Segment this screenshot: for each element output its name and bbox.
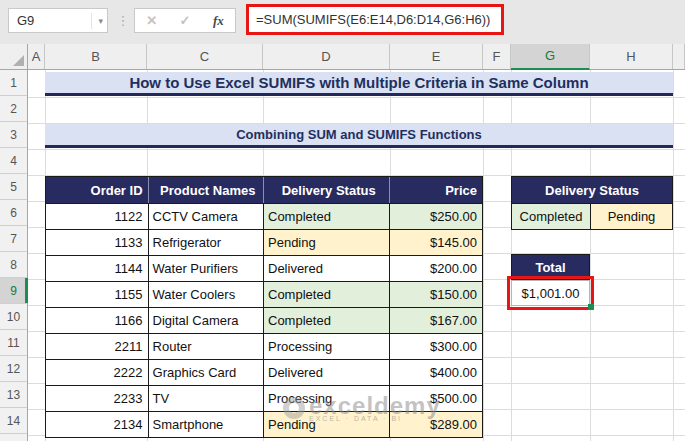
cell-order-id[interactable]: 2211 <box>46 333 148 359</box>
cell-status[interactable]: Pending <box>263 411 389 437</box>
cell-price[interactable]: $250.00 <box>389 203 482 229</box>
cell-product[interactable]: Smartphone <box>148 411 263 437</box>
table-row: 1166 Digital Camera Completed $167.00 <box>46 307 482 333</box>
cell-price[interactable]: $145.00 <box>389 229 482 255</box>
cell-order-id[interactable]: 2222 <box>46 359 148 385</box>
chevron-down-icon[interactable]: ▾ <box>91 13 103 29</box>
table-row: 1133 Refrigerator Pending $145.00 <box>46 229 482 255</box>
cell-price[interactable]: $300.00 <box>389 333 482 359</box>
select-all-triangle-icon <box>13 55 24 66</box>
table-row: 2222 Graphics Card Delivered $400.00 <box>46 359 482 385</box>
title-banner[interactable]: How to Use Excel SUMIFS with Multiple Cr… <box>45 72 673 96</box>
row-header-5[interactable]: 5 <box>0 174 27 200</box>
row-header-14[interactable]: 14 <box>0 408 27 434</box>
cell-status[interactable]: Delivered <box>263 359 389 385</box>
orders-table: Order ID Product Names Delivery Status P… <box>45 176 483 438</box>
cell-order-id[interactable]: 1122 <box>46 203 148 229</box>
row-header-2[interactable]: 2 <box>0 96 27 122</box>
table-row: 2211 Router Processing $300.00 <box>46 333 482 359</box>
criteria-header[interactable]: Delivery Status <box>512 177 672 203</box>
cell-price[interactable]: $289.00 <box>389 411 482 437</box>
column-header-e[interactable]: E <box>390 44 483 69</box>
cell-product[interactable]: Digital Camera <box>148 307 263 333</box>
row-header-1[interactable]: 1 <box>0 70 27 96</box>
cell-order-id[interactable]: 1133 <box>46 229 148 255</box>
cell-price[interactable]: $400.00 <box>389 359 482 385</box>
cell-status[interactable]: Delivered <box>263 255 389 281</box>
row-header-10[interactable]: 10 <box>0 304 27 330</box>
enter-icon[interactable]: ✓ <box>180 13 191 28</box>
table-row: 2134 Smartphone Pending $289.00 <box>46 411 482 437</box>
row-header-8[interactable]: 8 <box>0 252 27 278</box>
cell-price[interactable]: $200.00 <box>389 255 482 281</box>
insert-function-icon[interactable]: fx <box>213 13 224 29</box>
table-row: 2233 TV Processing $500.00 <box>46 385 482 411</box>
row-header-9-selected[interactable]: 9 <box>0 278 27 304</box>
criteria-pending-cell[interactable]: Pending <box>590 203 672 229</box>
total-label[interactable]: Total <box>511 254 590 280</box>
cell-status[interactable]: Completed <box>263 281 389 307</box>
cell-price[interactable]: $150.00 <box>389 281 482 307</box>
cell-product[interactable]: Water Coolers <box>148 281 263 307</box>
cell-price[interactable]: $500.00 <box>389 385 482 411</box>
column-header-h[interactable]: H <box>590 44 673 69</box>
cell-order-id[interactable]: 1166 <box>46 307 148 333</box>
column-header-row: A B C D E F G H <box>0 44 685 70</box>
column-header-d[interactable]: D <box>263 44 390 69</box>
gridline <box>673 70 674 441</box>
header-product-names[interactable]: Product Names <box>148 177 263 203</box>
cell-product[interactable]: Graphics Card <box>148 359 263 385</box>
column-header-a[interactable]: A <box>28 44 45 69</box>
row-header-4[interactable]: 4 <box>0 148 27 174</box>
criteria-completed-cell[interactable]: Completed <box>512 203 590 229</box>
cell-product[interactable]: CCTV Camera <box>148 203 263 229</box>
column-header-b[interactable]: B <box>45 44 147 69</box>
row-header-label: 9 <box>10 284 17 298</box>
column-header-f[interactable]: F <box>483 44 511 69</box>
cell-order-id[interactable]: 2233 <box>46 385 148 411</box>
cell-product[interactable]: TV <box>148 385 263 411</box>
cell-product[interactable]: Refrigerator <box>148 229 263 255</box>
cell-status[interactable]: Completed <box>263 203 389 229</box>
formula-text: =SUM(SUMIFS(E6:E14,D6:D14,G6:H6)) <box>256 12 490 27</box>
row-header-7[interactable]: 7 <box>0 226 27 252</box>
column-header-partial[interactable] <box>673 44 685 69</box>
cell-order-id[interactable]: 1155 <box>46 281 148 307</box>
header-delivery-status[interactable]: Delivery Status <box>263 177 389 203</box>
cell-status[interactable]: Processing <box>263 333 389 359</box>
table-row: 1155 Water Coolers Completed $150.00 <box>46 281 482 307</box>
fill-handle[interactable] <box>588 304 594 310</box>
row-header-13[interactable]: 13 <box>0 382 27 408</box>
table-row: 1144 Water Purifiers Delivered $200.00 <box>46 255 482 281</box>
cell-order-id[interactable]: 1144 <box>46 255 148 281</box>
header-order-id[interactable]: Order ID <box>46 177 148 203</box>
cell-reference: G9 <box>17 13 91 28</box>
formula-toolbar: G9 ▾ ⋮ ✕ ✓ fx =SUM(SUMIFS(E6:E14,D6:D14,… <box>0 0 685 44</box>
cell-price[interactable]: $167.00 <box>389 307 482 333</box>
orders-table-header: Order ID Product Names Delivery Status P… <box>46 177 482 203</box>
cancel-icon[interactable]: ✕ <box>146 13 157 28</box>
header-price[interactable]: Price <box>389 177 482 203</box>
table-row: 1122 CCTV Camera Completed $250.00 <box>46 203 482 229</box>
cell-status[interactable]: Completed <box>263 307 389 333</box>
cell-order-id[interactable]: 2134 <box>46 411 148 437</box>
row-header-6[interactable]: 6 <box>0 200 27 226</box>
cell-status[interactable]: Pending <box>263 229 389 255</box>
column-header-g-selected[interactable]: G <box>511 44 590 70</box>
row-header-column: 1 2 3 4 5 6 7 8 9 10 11 12 13 14 <box>0 70 28 441</box>
total-value-cell[interactable]: $1,001.00 <box>511 280 590 306</box>
name-box[interactable]: G9 ▾ <box>8 8 108 33</box>
select-all-corner[interactable] <box>0 44 28 69</box>
row-header-12[interactable]: 12 <box>0 356 27 382</box>
formula-input[interactable]: =SUM(SUMIFS(E6:E14,D6:D14,G6:H6)) <box>246 4 504 35</box>
row-header-3[interactable]: 3 <box>0 122 27 148</box>
cell-product[interactable]: Water Purifiers <box>148 255 263 281</box>
row-header-11[interactable]: 11 <box>0 330 27 356</box>
column-header-c[interactable]: C <box>147 44 263 69</box>
cell-product[interactable]: Router <box>148 333 263 359</box>
criteria-row: Completed Pending <box>512 203 672 229</box>
cell-status[interactable]: Processing <box>263 385 389 411</box>
subtitle-banner[interactable]: Combining SUM and SUMIFS Functions <box>45 124 673 148</box>
formula-buttons: ✕ ✓ fx <box>134 8 236 33</box>
excel-window: G9 ▾ ⋮ ✕ ✓ fx =SUM(SUMIFS(E6:E14,D6:D14,… <box>0 0 685 441</box>
